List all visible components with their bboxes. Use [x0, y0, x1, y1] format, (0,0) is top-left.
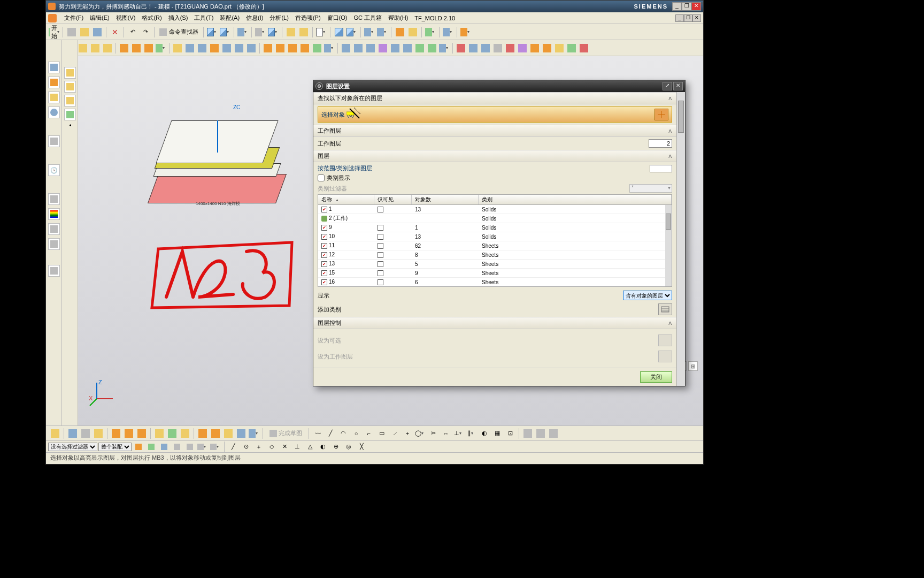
maximize-button[interactable]: ❐ — [682, 2, 691, 11]
collapse-icon[interactable]: ʌ — [668, 320, 672, 326]
menu-prefs[interactable]: 首选项(P) — [292, 13, 324, 23]
fb-31[interactable] — [455, 42, 467, 54]
sb-5[interactable] — [110, 428, 122, 439]
snap-2[interactable]: ⊙ — [240, 441, 252, 453]
sb-10[interactable] — [179, 428, 191, 439]
select-object-button[interactable] — [654, 109, 668, 120]
fb-2[interactable] — [77, 42, 89, 54]
snap-7[interactable]: △ — [304, 441, 316, 453]
table-row[interactable]: 159Sheets — [318, 269, 672, 278]
col-name-header[interactable]: 名称 — [318, 195, 374, 204]
menu-tfmold[interactable]: TF_MOLD 2.10 — [411, 14, 458, 22]
fb-11[interactable] — [196, 42, 208, 54]
layer-checkbox[interactable] — [321, 279, 327, 285]
fb-3[interactable] — [89, 42, 101, 54]
mdi-restore-button[interactable]: ❐ — [684, 14, 692, 22]
fb-28[interactable] — [414, 42, 426, 54]
sel-1[interactable] — [133, 441, 144, 453]
snap-10[interactable]: ◎ — [343, 441, 355, 453]
tb-a12[interactable]: ▾ — [376, 26, 388, 38]
col-visible-header[interactable]: 仅可见 — [374, 195, 412, 204]
c-circle[interactable]: ○ — [350, 428, 362, 439]
dialog-scrollbar[interactable] — [676, 92, 685, 386]
tb-a9[interactable] — [333, 26, 345, 38]
sb-8[interactable] — [153, 428, 165, 439]
fb-37[interactable] — [529, 42, 541, 54]
fb-34[interactable] — [492, 42, 504, 54]
layer-checkbox[interactable] — [321, 234, 327, 240]
display-select[interactable]: 含有对象的图层 — [623, 291, 672, 300]
toolbar-overflow-icon[interactable]: » — [701, 1, 703, 5]
dialog-undock-button[interactable]: ⤢ — [663, 82, 672, 90]
c-m4[interactable] — [522, 428, 534, 439]
save-button[interactable] — [91, 26, 103, 38]
snap-9[interactable]: ⊕ — [330, 441, 342, 453]
selection-filter-select[interactable]: 没有选择过滤器 — [48, 443, 97, 451]
redo-button[interactable]: ↷ — [140, 26, 151, 38]
menu-view[interactable]: 视图(V) — [113, 13, 139, 23]
fb-23[interactable] — [352, 42, 364, 54]
menu-info[interactable]: 信息(I) — [243, 13, 266, 23]
rb-layer[interactable] — [48, 135, 60, 147]
c-dim[interactable]: ⊥▾ — [453, 428, 465, 439]
c-trim[interactable]: ✂ — [427, 428, 439, 439]
tb-a15[interactable]: ▾ — [425, 26, 436, 38]
c-m2[interactable]: ▦ — [491, 428, 503, 439]
snap-11[interactable]: ╳ — [356, 441, 367, 453]
menu-analysis[interactable]: 分析(L) — [266, 13, 291, 23]
c-m3[interactable]: ⊡ — [504, 428, 516, 439]
close-button[interactable]: ✕ — [691, 2, 701, 11]
table-row[interactable]: 2 (工作)Solids — [318, 214, 672, 223]
fb-33[interactable] — [480, 42, 491, 54]
fb-25[interactable] — [377, 42, 389, 54]
sel-4[interactable] — [171, 441, 183, 453]
snap-5[interactable]: ✕ — [279, 441, 290, 453]
c-fillet[interactable]: ⟋ — [389, 428, 401, 439]
snap-1[interactable]: ╱ — [227, 441, 239, 453]
fb-19[interactable] — [299, 42, 311, 54]
sb-15[interactable]: ▾ — [248, 428, 260, 439]
collapse-icon[interactable]: ʌ — [668, 95, 672, 102]
mdi-close-button[interactable]: ✕ — [692, 14, 701, 22]
range-filter-input[interactable] — [650, 165, 672, 172]
fb-40[interactable] — [566, 42, 578, 54]
visible-checkbox[interactable] — [378, 252, 383, 258]
dialog-titlebar[interactable]: ⚙ 图层设置 ⤢ ✕ — [313, 80, 685, 92]
fb-24[interactable] — [365, 42, 376, 54]
sb-2[interactable] — [67, 428, 79, 439]
delete-button[interactable]: ✕ — [109, 26, 121, 38]
add-category-button[interactable] — [658, 303, 672, 315]
new-button[interactable] — [66, 26, 78, 38]
table-row[interactable]: 1013Solids — [318, 232, 672, 241]
c-rect[interactable]: ▭ — [376, 428, 388, 439]
snap-3[interactable]: + — [253, 441, 265, 453]
sel-5[interactable] — [184, 441, 196, 453]
fb-12[interactable] — [209, 42, 220, 54]
fb-14[interactable] — [233, 42, 245, 54]
rb-navigator[interactable] — [48, 62, 60, 73]
c-spline[interactable]: 〰 — [312, 428, 324, 439]
dialog-close-ok-button[interactable]: 关闭 — [640, 371, 672, 383]
sb-6[interactable] — [123, 428, 135, 439]
fb-38[interactable] — [541, 42, 553, 54]
col-category-header[interactable]: 类别 — [479, 195, 672, 204]
open-button[interactable] — [79, 26, 90, 38]
snap-4[interactable]: ◇ — [266, 441, 278, 453]
fb-27[interactable] — [402, 42, 413, 54]
table-row[interactable]: 113Solids — [318, 205, 672, 214]
menu-window[interactable]: 窗口(O) — [324, 13, 351, 23]
layer-checkbox[interactable] — [321, 261, 327, 267]
menu-file[interactable]: 文件(F) — [61, 13, 87, 23]
visible-checkbox[interactable] — [378, 243, 383, 249]
layer-checkbox[interactable] — [321, 243, 327, 249]
minimize-button[interactable]: _ — [672, 2, 682, 11]
sel-7[interactable]: ▾ — [210, 441, 221, 453]
rb-x4[interactable] — [48, 238, 60, 250]
sb-14[interactable] — [235, 428, 247, 439]
tb-a10[interactable]: ▾ — [346, 26, 358, 38]
snap-8[interactable]: ◐ — [317, 441, 329, 453]
sb-11[interactable] — [197, 428, 209, 439]
sel-3[interactable] — [158, 441, 170, 453]
layer-checkbox[interactable] — [321, 252, 327, 258]
fb-17[interactable] — [274, 42, 286, 54]
